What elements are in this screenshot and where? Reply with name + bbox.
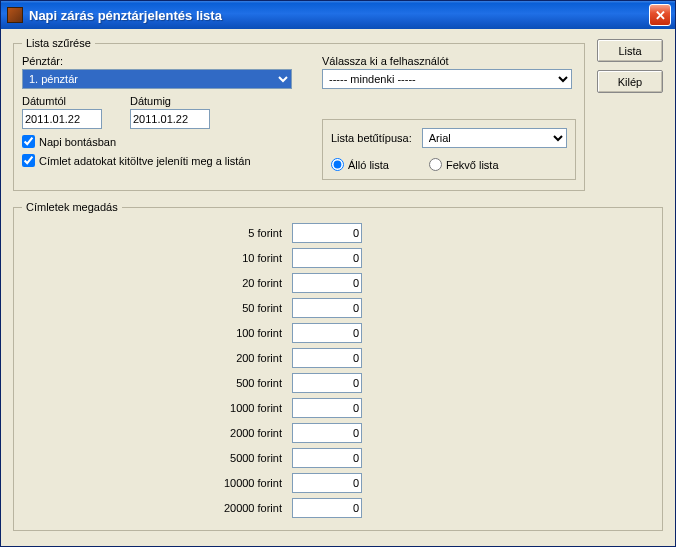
denom-label: 2000 forint [172,427,292,439]
denom-label: 500 forint [172,377,292,389]
denom-label: 1000 forint [172,402,292,414]
denom-input[interactable] [292,498,362,518]
date-from-label: Dátumtól [22,95,102,107]
denom-input[interactable] [292,223,362,243]
denom-input[interactable] [292,423,362,443]
side-buttons: Lista Kilép [597,39,663,93]
lista-button[interactable]: Lista [597,39,663,62]
denomfill-checkbox[interactable] [22,154,35,167]
titlebar: Napi zárás pénztárjelentés lista ✕ [1,1,675,29]
denom-row: 20 forint [172,273,654,293]
denom-row: 5000 forint [172,448,654,468]
app-icon [7,7,23,23]
denom-label: 10 forint [172,252,292,264]
date-to-label: Dátumig [130,95,210,107]
penztar-select[interactable]: 1. pénztár [22,69,292,89]
denom-input[interactable] [292,398,362,418]
denom-row: 100 forint [172,323,654,343]
user-block: Válassza ki a felhasználót ----- mindenk… [322,55,576,180]
denom-row: 10 forint [172,248,654,268]
font-panel: Lista betűtípusa: Arial Álló lista [322,119,576,180]
daily-checkbox[interactable] [22,135,35,148]
landscape-label: Fekvő lista [446,159,499,171]
denom-input[interactable] [292,248,362,268]
denom-label: 10000 forint [172,477,292,489]
denom-row: 2000 forint [172,423,654,443]
date-from-input[interactable] [22,109,102,129]
user-label: Válassza ki a felhasználót [322,55,576,67]
daily-label: Napi bontásban [39,136,116,148]
denom-row: 1000 forint [172,398,654,418]
denom-label: 20000 forint [172,502,292,514]
filter-groupbox: Lista szűrése Pénztár: 1. pénztár Dátumt… [13,37,585,191]
denom-input[interactable] [292,373,362,393]
denom-row: 20000 forint [172,498,654,518]
denom-row: 200 forint [172,348,654,368]
denom-label: 50 forint [172,302,292,314]
dialog-window: Napi zárás pénztárjelentés lista ✕ Lista… [0,0,676,547]
denom-row: 5 forint [172,223,654,243]
filter-legend: Lista szűrése [22,37,95,49]
user-select[interactable]: ----- mindenki ----- [322,69,572,89]
denom-label: 5000 forint [172,452,292,464]
landscape-option[interactable]: Fekvő lista [429,158,499,171]
denom-label: 5 forint [172,227,292,239]
penztar-label: Pénztár: [22,55,302,67]
portrait-radio[interactable] [331,158,344,171]
dialog-content: Lista szűrése Pénztár: 1. pénztár Dátumt… [1,29,675,546]
denom-legend: Címletek megadás [22,201,122,213]
denom-input[interactable] [292,348,362,368]
portrait-label: Álló lista [348,159,389,171]
landscape-radio[interactable] [429,158,442,171]
denom-row: 50 forint [172,298,654,318]
denom-groupbox: Címletek megadás 5 forint10 forint20 for… [13,201,663,531]
denom-row: 10000 forint [172,473,654,493]
denom-row: 500 forint [172,373,654,393]
kilep-button[interactable]: Kilép [597,70,663,93]
denom-rows: 5 forint10 forint20 forint50 forint100 f… [172,223,654,518]
denom-input[interactable] [292,448,362,468]
window-title: Napi zárás pénztárjelentés lista [29,8,649,23]
denomfill-label: Címlet adatokat kitöltve jeleníti meg a … [39,155,251,167]
denom-input[interactable] [292,273,362,293]
font-select[interactable]: Arial [422,128,567,148]
denom-label: 100 forint [172,327,292,339]
font-label: Lista betűtípusa: [331,132,412,144]
denom-label: 20 forint [172,277,292,289]
penztar-block: Pénztár: 1. pénztár Dátumtól Dátumig [22,55,302,180]
denom-input[interactable] [292,323,362,343]
denom-input[interactable] [292,298,362,318]
close-icon: ✕ [655,8,666,23]
denom-label: 200 forint [172,352,292,364]
close-button[interactable]: ✕ [649,4,671,26]
denom-input[interactable] [292,473,362,493]
portrait-option[interactable]: Álló lista [331,158,389,171]
date-to-input[interactable] [130,109,210,129]
